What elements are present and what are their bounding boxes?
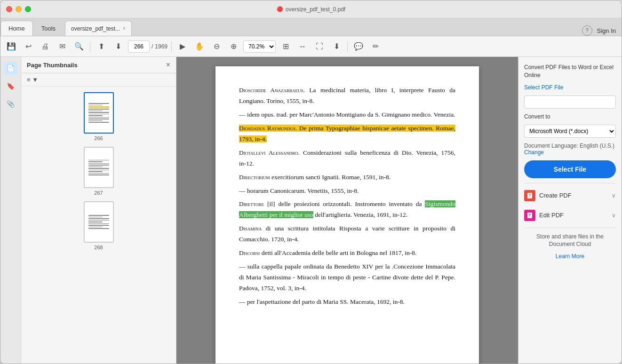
close-window-btn[interactable] [6,6,12,12]
sidebar-close-button[interactable]: × [166,61,170,69]
thumb-line [88,223,109,224]
help-button[interactable]: ? [582,25,592,36]
pdf-line-10: — sulla cappella papale ordinata da Bene… [239,261,455,294]
zoom-select[interactable]: 70.2% 50% 100% 150% 200% [243,40,276,53]
right-panel: Convert PDF Files to Word or Excel Onlin… [518,57,622,364]
email-button[interactable]: ✉ [55,40,69,54]
thumb-line [88,105,103,106]
panel-divider-1 [524,183,616,183]
select-pdf-link[interactable]: Select PDF File [524,84,616,91]
pdf-line-9: Discorsi detti all'Accademia delle belle… [239,248,455,259]
select-file-button[interactable]: Select File [524,160,616,178]
save-button[interactable]: 💾 [4,40,18,54]
sidebar-menu-button[interactable]: ≡ ▼ [27,76,38,83]
thumbnail-page-label-267: 267 [94,190,103,196]
sidebar: Page Thumbnails × ≡ ▼ [21,57,176,364]
thumb-line [88,222,103,222]
toolbar-separator-1 [90,41,90,52]
print-button[interactable]: 🖨 [38,40,52,54]
thumbnails-icon[interactable]: 📄 [4,62,17,75]
pdf-line-6: — horarum Canonicarum. Venetiis, 1555, i… [239,186,455,197]
comment-button[interactable]: 💬 [351,40,366,54]
prev-page-button[interactable]: ⬆ [94,40,108,54]
thumbnail-page-label-268: 268 [94,245,103,250]
pdf-viewer[interactable]: ◀ Dioscoride Anazarbaeus. La medicinal m… [176,57,518,364]
thumb-line [88,112,109,113]
fit-page-button[interactable]: ⊞ [279,40,293,54]
app-window: 🔴 oversize_pdf_test_0.pdf Home Tools ove… [0,0,622,364]
attachments-icon[interactable]: 📎 [4,97,17,111]
search-button[interactable]: 🔍 [72,40,86,54]
thumb-line-highlight [88,106,109,108]
minimize-window-btn[interactable] [16,6,22,12]
thumbnails-area: 266 [21,87,176,364]
edit-pdf-icon [524,210,535,221]
sidebar-header: Page Thumbnails × [21,57,176,73]
toolbar: 💾 ↩ 🖨 ✉ 🔍 ⬆ ⬇ / 1969 ▶ ✋ ⊖ ⊕ 70.2% 50% 1… [0,36,622,57]
markup-button[interactable]: ✏ [368,40,383,54]
thumb-line [88,120,103,121]
thumb-line [88,215,109,216]
close-tab-btn[interactable]: × [123,26,126,31]
thumbnail-267[interactable]: 267 [84,147,114,196]
thumbnail-268[interactable]: 268 [84,201,114,250]
thumb-line [88,119,109,119]
thumbnail-img-266 [84,92,114,134]
convert-panel-title: Convert PDF Files to Word or Excel Onlin… [524,63,616,79]
tabbar-right: ? Sign In [582,25,622,36]
undo-button[interactable]: ↩ [21,40,35,54]
doc-language: Document Language: English (U.S.) Change [524,142,616,156]
thumb-line [88,114,109,115]
edit-pdf-label: Edit PDF [539,212,608,219]
tab-document[interactable]: oversize_pdf_test... × [65,21,132,36]
bookmarks-icon[interactable]: 🔖 [4,79,17,93]
select-tool-button[interactable]: ▶ [175,40,190,54]
thumb-line [88,228,109,229]
full-screen-button[interactable]: ⛶ [312,40,327,54]
thumb-line [88,117,109,118]
svg-rect-1 [527,213,532,218]
pdf-line-4: Diotallevi Alessandro. Considerazioni su… [239,148,455,169]
next-page-button[interactable]: ⬇ [111,40,125,54]
convert-format-select[interactable]: Microsoft Word (*.docx) Microsoft Excel … [524,125,616,138]
svg-rect-0 [527,193,532,198]
sidebar-title: Page Thumbnails [27,62,78,69]
create-pdf-label: Create PDF [539,192,608,199]
thumbnail-266[interactable]: 266 [84,92,114,141]
sign-in-button[interactable]: Sign In [597,27,616,34]
change-language-link[interactable]: Change [524,149,544,156]
fit-width-button[interactable]: ↔ [295,40,310,54]
learn-more-link[interactable]: Learn More [524,253,616,260]
create-pdf-arrow[interactable]: ∨ [612,192,616,199]
zoom-in-button[interactable]: ⊕ [226,40,240,54]
maximize-window-btn[interactable] [25,6,31,12]
edit-pdf-action[interactable]: Edit PDF ∨ [524,208,616,223]
thumb-line [88,217,103,218]
tab-tools[interactable]: Tools [34,21,63,36]
toolbar-separator-3 [347,41,348,52]
doc-language-value: English (U.S.) [580,142,614,149]
create-pdf-action[interactable]: Create PDF ∨ [524,188,616,203]
create-pdf-icon [524,190,535,201]
rotate-button[interactable]: ⬇ [329,40,343,54]
panel-divider-2 [524,228,616,228]
zoom-out-button[interactable]: ⊖ [209,40,223,54]
edit-pdf-arrow[interactable]: ∨ [612,212,616,219]
tab-home[interactable]: Home [0,21,33,36]
pdf-line-5: Directorium exercitiorum sancti Ignatii.… [239,172,455,183]
file-input-box[interactable] [524,95,616,109]
hand-tool-button[interactable]: ✋ [192,40,207,54]
page-number-input[interactable] [128,40,150,53]
thumbnail-img-268 [84,201,114,243]
pdf-line-1: Dioscoride Anazarbaeus. La medicinal mat… [239,85,455,107]
thumb-line [88,165,109,166]
toolbar-separator-2 [171,41,172,52]
thumbnail-lines-267 [87,158,111,177]
sidebar-toolbar: ≡ ▼ [21,73,176,87]
thumb-line [88,109,109,110]
thumb-line [88,166,103,167]
thumb-line [88,173,109,174]
thumb-line [88,103,109,104]
thumbnail-lines-266 [87,101,111,125]
cloud-text: Store and share files in the Document Cl… [524,233,616,249]
